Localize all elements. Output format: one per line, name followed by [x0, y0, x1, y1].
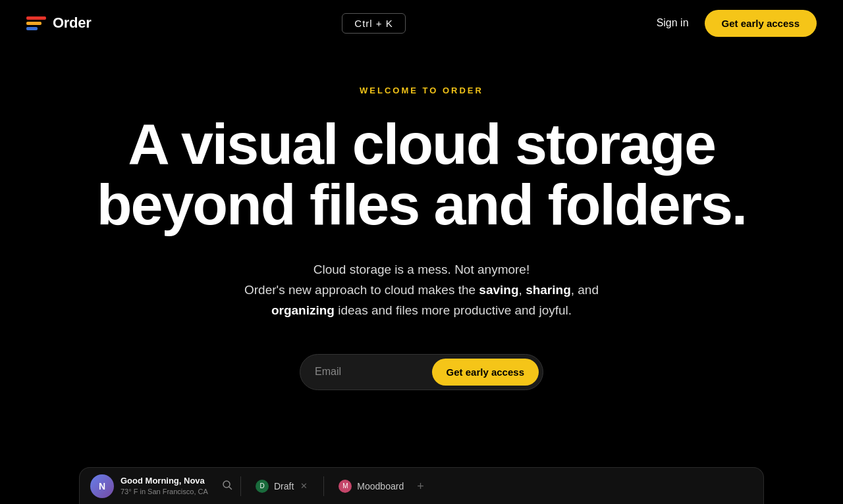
email-form: Get early access	[300, 354, 543, 390]
nav-center: Ctrl + K	[342, 13, 405, 34]
form-cta-button[interactable]: Get early access	[432, 359, 539, 386]
avatar: N	[90, 474, 114, 498]
add-tab-button[interactable]: +	[413, 480, 428, 492]
subtext-bold-saving: saving	[479, 283, 518, 297]
subtext-line1: Cloud storage is a mess. Not anymore!	[313, 263, 530, 276]
svg-line-1	[229, 487, 232, 490]
tab-draft-label: Draft	[274, 481, 294, 491]
user-info: Good Morning, Nova 73° F in San Francisc…	[121, 476, 208, 496]
subtext-bold-organizing: organizing	[271, 303, 335, 317]
welcome-label: WELCOME TO ORDER	[360, 86, 483, 95]
bottom-bar: N Good Morning, Nova 73° F in San Franci…	[79, 467, 764, 504]
tab-icon-moodboard: M	[339, 480, 352, 493]
hero-section: WELCOME TO ORDER A visual cloud storage …	[0, 46, 843, 416]
logo-bar-blue	[26, 27, 38, 30]
divider	[240, 476, 241, 496]
logo-text: Order	[53, 14, 91, 32]
logo[interactable]: Order	[26, 14, 91, 32]
search-button[interactable]	[219, 477, 235, 495]
logo-bar-orange	[26, 22, 41, 25]
tab-moodboard[interactable]: M Moodboard	[329, 476, 413, 497]
tab-moodboard-label: Moodboard	[357, 481, 404, 491]
logo-icon	[26, 16, 46, 30]
hero-subtext: Cloud storage is a mess. Not anymore! Or…	[244, 259, 599, 321]
hero-heading: A visual cloud storage beyond files and …	[97, 114, 747, 236]
navbar: Order Ctrl + K Sign in Get early access	[0, 0, 843, 46]
keyboard-shortcut[interactable]: Ctrl + K	[342, 13, 405, 34]
tab-divider	[323, 476, 324, 496]
search-icon	[222, 480, 232, 490]
nav-right: Sign in Get early access	[657, 10, 817, 37]
user-section: N Good Morning, Nova 73° F in San Franci…	[90, 474, 235, 498]
tab-draft-close[interactable]: ✕	[299, 482, 309, 490]
email-input[interactable]	[315, 366, 432, 378]
subtext-end2: ideas and files more productive and joyf…	[335, 303, 572, 317]
tab-draft[interactable]: D Draft ✕	[246, 476, 318, 497]
subtext-bold-sharing: sharing	[526, 283, 571, 297]
sign-in-button[interactable]: Sign in	[657, 17, 689, 29]
tab-icon-draft: D	[256, 480, 269, 493]
nav-cta-button[interactable]: Get early access	[705, 10, 817, 37]
subtext-line2-start: Order's new approach to cloud makes the	[244, 283, 479, 297]
user-location: 73° F in San Francisco, CA	[121, 487, 208, 496]
tabs-section: D Draft ✕ M Moodboard +	[246, 476, 753, 497]
user-name: Good Morning, Nova	[121, 476, 208, 487]
subtext-end1: , and	[571, 283, 599, 297]
logo-bar-red	[26, 16, 46, 20]
subtext-comma: ,	[519, 283, 522, 297]
